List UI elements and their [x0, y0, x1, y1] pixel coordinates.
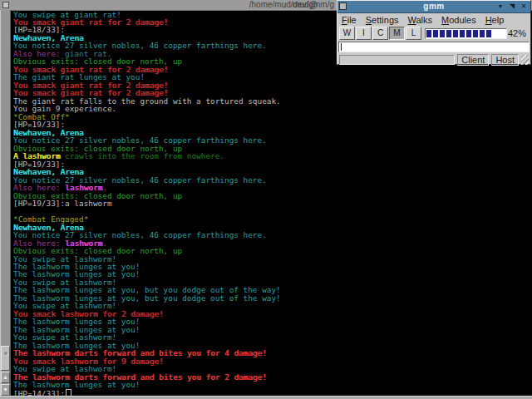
status-button-host[interactable]: Host [491, 54, 519, 66]
terminal-line: A lashworm crawls into the room from now… [13, 152, 529, 160]
toolbar-button-m[interactable]: M [389, 27, 405, 40]
gmm-toolbar: WICML 42% [337, 26, 530, 41]
terminal-line: The lashworm lunges at you! [13, 381, 529, 388]
progress-segment [446, 30, 451, 37]
text-caret [341, 43, 342, 51]
scroll-up-arrow-icon[interactable]: ▲ [1, 372, 10, 383]
menu-settings[interactable]: Settings [366, 15, 399, 25]
terminal-text-segment: [HP=19/33]:a lashworm [13, 199, 112, 208]
window-menu-icon[interactable] [2, 2, 9, 8]
progress-segment [460, 30, 465, 37]
progress-segment [440, 30, 445, 37]
terminal-text-segment: The lashworm lunges at you! [13, 380, 140, 389]
status-message-panel [339, 55, 455, 65]
terminal-title-path: /home/mud/dev/gmm/g [249, 0, 334, 10]
menu-file[interactable]: File [342, 15, 357, 25]
progress-segment [473, 30, 478, 37]
progress-segment [466, 30, 471, 37]
gmm-titlebar[interactable]: gmm ▾◥✕ [337, 1, 530, 13]
terminal-text-segment: crawls into the room from nowhere. [60, 151, 224, 160]
scroll-down-arrow-icon[interactable]: ▼ [1, 384, 10, 396]
terminal-output[interactable]: You swipe at giant rat!You smack giant r… [13, 11, 529, 397]
scrollbar-thumb[interactable] [1, 346, 10, 371]
toolbar-button-c[interactable]: C [372, 27, 388, 40]
desktop: mud@ /home/mud/dev/gmm/g ▲ ▼ You swipe a… [0, 0, 532, 399]
progress-segment [480, 30, 485, 37]
gmm-statusbar: ClientHost [337, 52, 530, 66]
terminal-bottom-border [0, 396, 532, 399]
toolbar-button-l[interactable]: L [406, 27, 421, 40]
minimize-button-icon[interactable]: ▾ [496, 1, 505, 12]
resize-grip[interactable] [521, 55, 529, 65]
terminal-line: *Combat Engaged* [13, 215, 529, 223]
terminal-line: [HP=19/33]: [13, 160, 529, 168]
menu-help[interactable]: Help [485, 15, 505, 25]
gmm-toolbar-buttons: WICML [339, 27, 422, 40]
menu-modules[interactable]: Modules [441, 15, 476, 25]
toolbar-button-w[interactable]: W [339, 27, 355, 40]
terminal-scrollbar[interactable]: ▲ ▼ [0, 10, 11, 396]
progress-segment [426, 30, 431, 37]
maximize-button-icon[interactable]: ◥ [508, 1, 516, 12]
close-button-icon[interactable]: ✕ [520, 1, 528, 12]
scrollbar-thumb-dimple [4, 352, 7, 355]
terminal-line [13, 208, 529, 215]
status-buttons: ClientHost [457, 54, 519, 66]
progress-bar [425, 28, 507, 39]
menu-walks[interactable]: Walks [408, 15, 433, 25]
status-button-client[interactable]: Client [457, 54, 489, 66]
progress-segment [453, 30, 458, 37]
gmm-window-buttons: ▾◥✕ [496, 1, 528, 12]
terminal-line: *Combat Off* [13, 113, 529, 121]
terminal-line: [HP=19/33]:a lashworm [13, 200, 529, 207]
gmm-menubar: FileSettingsWalksModulesHelp [337, 13, 530, 26]
terminal-line: [HP=19/33]: [13, 121, 529, 128]
progress-percent-label: 42% [508, 28, 530, 38]
progress-segment [433, 30, 438, 37]
toolbar-button-i[interactable]: I [356, 27, 372, 40]
gmm-window: gmm ▾◥✕ FileSettingsWalksModulesHelp WIC… [337, 0, 531, 65]
terminal-line: You gain 9 experience. [13, 105, 529, 112]
command-input[interactable] [338, 42, 530, 52]
progress-segment [486, 30, 491, 37]
